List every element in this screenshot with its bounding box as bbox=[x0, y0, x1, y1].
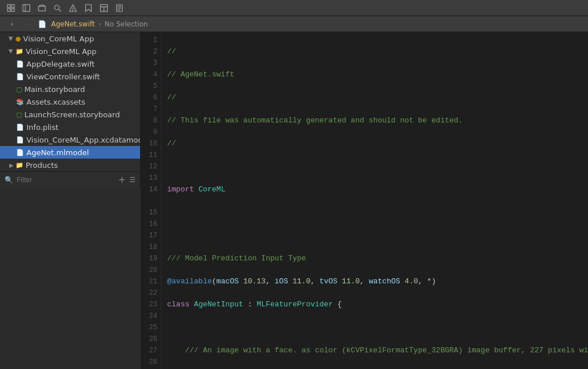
sidebar-root-label: Vision_CoreML App bbox=[23, 34, 94, 43]
breadcrumb-filename: AgeNet.swift bbox=[51, 20, 95, 28]
sidebar-item-label: Vision_CoreML App bbox=[26, 47, 96, 56]
chevron-icon: ▶ bbox=[8, 49, 14, 53]
sidebar-bottom: 🔍 + ☰ bbox=[0, 171, 141, 187]
code-content: // // AgeNet.swift // // This file was a… bbox=[161, 32, 588, 369]
sidebar-item-info-plist[interactable]: 📄 Info.plist bbox=[0, 121, 140, 133]
line-numbers: 12345 678910 11121314 1516171819 2021222… bbox=[141, 32, 161, 369]
search-icon[interactable] bbox=[51, 2, 64, 14]
sidebar-item-viewcontroller[interactable]: 📄 ViewController.swift bbox=[0, 70, 140, 83]
svg-marker-15 bbox=[86, 5, 91, 11]
template-icon[interactable] bbox=[98, 2, 110, 14]
options-icon[interactable]: ☰ bbox=[129, 176, 136, 184]
sidebar-item-xcdatamodeld[interactable]: 📄 Vision_CoreML_App.xcdatamodeld bbox=[0, 133, 140, 146]
sidebar-item-label: Info.plist bbox=[26, 123, 59, 132]
sidebar-item-root[interactable]: ▶ ● Vision_CoreML App bbox=[0, 32, 140, 45]
folder-icon: 📁 bbox=[16, 48, 24, 55]
breadcrumb-separator: › bbox=[98, 20, 101, 28]
svg-rect-2 bbox=[7, 9, 10, 11]
forward-button[interactable]: › bbox=[21, 18, 33, 30]
title-bar bbox=[0, 0, 588, 16]
panel-icon[interactable] bbox=[20, 2, 33, 14]
back-button[interactable]: ‹ bbox=[6, 18, 18, 30]
sidebar-item-label: AppDelegate.swift bbox=[26, 60, 95, 68]
storyboard-icon: ▢ bbox=[16, 86, 22, 93]
xcdatamodeld-icon: 📄 bbox=[16, 136, 24, 144]
chevron-icon: ▶ bbox=[9, 162, 14, 168]
svg-point-14 bbox=[73, 10, 74, 10]
svg-rect-4 bbox=[23, 5, 30, 11]
bookmark-icon[interactable] bbox=[82, 2, 95, 14]
sidebar-item-assets[interactable]: 📚 Assets.xcassets bbox=[0, 95, 140, 108]
svg-rect-1 bbox=[11, 5, 14, 7]
svg-rect-0 bbox=[7, 5, 10, 7]
plist-icon: 📄 bbox=[16, 124, 24, 131]
svg-line-11 bbox=[59, 9, 61, 11]
sidebar-item-appdelegate[interactable]: 📄 AppDelegate.swift bbox=[0, 57, 140, 70]
sidebar-item-label: AgeNet.mlmodel bbox=[26, 148, 89, 157]
sidebar: ▶ ● Vision_CoreML App ▶ 📁 Vision_CoreML … bbox=[0, 32, 141, 171]
warning-icon[interactable] bbox=[67, 2, 79, 14]
sidebar-item-launchscreen[interactable]: ▢ LaunchScreen.storyboard bbox=[0, 108, 140, 121]
sidebar-item-main-storyboard[interactable]: ▢ Main.storyboard bbox=[0, 83, 140, 95]
breadcrumb-no-selection: No Selection bbox=[105, 20, 148, 28]
sidebar-item-products[interactable]: ▶ 📁 Products bbox=[0, 159, 140, 171]
root-icon: ● bbox=[16, 35, 21, 43]
chevron-icon: ▶ bbox=[8, 36, 14, 41]
swift-icon: 📄 bbox=[16, 73, 24, 80]
svg-point-10 bbox=[55, 5, 59, 10]
sidebar-item-label: Products bbox=[26, 161, 58, 170]
svg-rect-6 bbox=[38, 6, 45, 11]
sidebar-item-label: Assets.xcassets bbox=[26, 98, 85, 106]
main-layout: ▶ ● Vision_CoreML App ▶ 📁 Vision_CoreML … bbox=[0, 32, 588, 369]
storyboard-icon: ▢ bbox=[16, 111, 22, 118]
sidebar-item-label: LaunchScreen.storyboard bbox=[24, 110, 119, 119]
sidebar-item-label: ViewController.swift bbox=[26, 72, 100, 81]
search-icon: 🔍 bbox=[5, 176, 13, 184]
sidebar-container: ▶ ● Vision_CoreML App ▶ 📁 Vision_CoreML … bbox=[0, 32, 141, 369]
svg-rect-3 bbox=[11, 9, 14, 11]
sidebar-item-label: Vision_CoreML_App.xcdatamodeld bbox=[26, 136, 141, 144]
sidebar-item-label: Main.storyboard bbox=[24, 85, 85, 94]
add-icon[interactable]: + bbox=[118, 174, 126, 185]
snippet-icon[interactable] bbox=[113, 2, 126, 14]
sidebar-item-agenet-mlmodel[interactable]: 📄 AgeNet.mlmodel bbox=[0, 146, 140, 159]
group-icon[interactable] bbox=[36, 2, 48, 14]
mlmodel-icon: 📄 bbox=[16, 149, 24, 156]
code-editor: 12345 678910 11121314 1516171819 2021222… bbox=[141, 32, 588, 369]
grid-icon[interactable] bbox=[5, 2, 17, 14]
folder-icon: 📁 bbox=[16, 162, 24, 169]
toolbar-icons bbox=[5, 2, 126, 14]
swift-file-icon: 📄 bbox=[38, 20, 47, 28]
filter-input[interactable] bbox=[17, 176, 115, 184]
breadcrumb-bar: ‹ › 📄 AgeNet.swift › No Selection bbox=[0, 16, 588, 32]
xcassets-icon: 📚 bbox=[16, 98, 24, 106]
sidebar-item-app-group[interactable]: ▶ 📁 Vision_CoreML App bbox=[0, 45, 140, 57]
swift-icon: 📄 bbox=[16, 60, 24, 68]
